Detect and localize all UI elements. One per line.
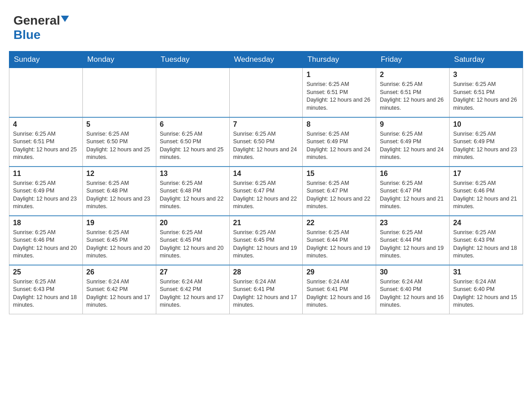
day-number: 26: [86, 268, 152, 276]
day-number: 27: [160, 268, 226, 276]
calendar-cell: 13Sunrise: 6:25 AM Sunset: 6:48 PM Dayli…: [156, 167, 229, 216]
logo-blue-text: Blue: [13, 28, 41, 42]
calendar-cell: [82, 68, 156, 117]
day-number: 9: [380, 120, 446, 128]
calendar-header-sunday: Sunday: [9, 51, 83, 68]
day-info: Sunrise: 6:25 AM Sunset: 6:44 PM Dayligh…: [380, 229, 446, 260]
day-number: 30: [380, 268, 446, 276]
calendar-cell: 4Sunrise: 6:25 AM Sunset: 6:51 PM Daylig…: [9, 117, 83, 167]
calendar-week-5: 25Sunrise: 6:25 AM Sunset: 6:43 PM Dayli…: [9, 265, 523, 314]
day-info: Sunrise: 6:25 AM Sunset: 6:47 PM Dayligh…: [380, 180, 446, 211]
calendar-cell: 21Sunrise: 6:25 AM Sunset: 6:45 PM Dayli…: [229, 216, 303, 265]
day-number: 11: [13, 170, 79, 178]
day-number: 17: [453, 170, 519, 178]
calendar-cell: 17Sunrise: 6:25 AM Sunset: 6:46 PM Dayli…: [450, 167, 523, 216]
calendar-header-friday: Friday: [376, 51, 450, 68]
day-info: Sunrise: 6:25 AM Sunset: 6:48 PM Dayligh…: [86, 180, 152, 211]
day-info: Sunrise: 6:25 AM Sunset: 6:45 PM Dayligh…: [86, 229, 152, 260]
day-info: Sunrise: 6:25 AM Sunset: 6:45 PM Dayligh…: [233, 229, 299, 260]
day-info: Sunrise: 6:25 AM Sunset: 6:43 PM Dayligh…: [13, 278, 79, 309]
calendar-cell: 14Sunrise: 6:25 AM Sunset: 6:47 PM Dayli…: [229, 167, 303, 216]
day-number: 20: [160, 219, 226, 227]
calendar-cell: 28Sunrise: 6:24 AM Sunset: 6:41 PM Dayli…: [229, 265, 303, 314]
day-info: Sunrise: 6:24 AM Sunset: 6:41 PM Dayligh…: [306, 278, 372, 309]
day-info: Sunrise: 6:25 AM Sunset: 6:51 PM Dayligh…: [453, 81, 519, 112]
day-info: Sunrise: 6:25 AM Sunset: 6:51 PM Dayligh…: [13, 130, 79, 162]
calendar-cell: 5Sunrise: 6:25 AM Sunset: 6:50 PM Daylig…: [82, 117, 156, 167]
day-number: 28: [233, 268, 299, 276]
logo-general-text: General: [13, 13, 60, 28]
day-number: 15: [306, 170, 372, 178]
day-info: Sunrise: 6:24 AM Sunset: 6:42 PM Dayligh…: [160, 278, 226, 309]
calendar-cell: 16Sunrise: 6:25 AM Sunset: 6:47 PM Dayli…: [376, 167, 450, 216]
day-info: Sunrise: 6:25 AM Sunset: 6:44 PM Dayligh…: [306, 229, 372, 260]
day-info: Sunrise: 6:25 AM Sunset: 6:50 PM Dayligh…: [160, 130, 226, 162]
calendar-cell: 7Sunrise: 6:25 AM Sunset: 6:50 PM Daylig…: [229, 117, 303, 167]
day-number: 25: [13, 268, 79, 276]
day-info: Sunrise: 6:25 AM Sunset: 6:46 PM Dayligh…: [13, 229, 79, 260]
logo: General Blue: [13, 13, 69, 42]
day-info: Sunrise: 6:25 AM Sunset: 6:43 PM Dayligh…: [453, 229, 519, 260]
day-number: 6: [160, 120, 226, 128]
day-number: 21: [233, 219, 299, 227]
calendar-cell: 20Sunrise: 6:25 AM Sunset: 6:45 PM Dayli…: [156, 216, 229, 265]
calendar-cell: 6Sunrise: 6:25 AM Sunset: 6:50 PM Daylig…: [156, 117, 229, 167]
day-info: Sunrise: 6:24 AM Sunset: 6:40 PM Dayligh…: [453, 278, 519, 309]
calendar-cell: [9, 68, 83, 117]
day-number: 29: [306, 268, 372, 276]
calendar-header-tuesday: Tuesday: [156, 51, 229, 68]
calendar-cell: 10Sunrise: 6:25 AM Sunset: 6:49 PM Dayli…: [450, 117, 523, 167]
calendar-week-4: 18Sunrise: 6:25 AM Sunset: 6:46 PM Dayli…: [9, 216, 523, 265]
day-number: 10: [453, 120, 519, 128]
day-info: Sunrise: 6:25 AM Sunset: 6:45 PM Dayligh…: [160, 229, 226, 260]
calendar-cell: 19Sunrise: 6:25 AM Sunset: 6:45 PM Dayli…: [82, 216, 156, 265]
calendar-cell: 2Sunrise: 6:25 AM Sunset: 6:51 PM Daylig…: [376, 68, 450, 117]
day-info: Sunrise: 6:25 AM Sunset: 6:47 PM Dayligh…: [233, 180, 299, 211]
day-info: Sunrise: 6:25 AM Sunset: 6:49 PM Dayligh…: [306, 130, 372, 162]
day-number: 13: [160, 170, 226, 178]
day-number: 18: [13, 219, 79, 227]
day-info: Sunrise: 6:24 AM Sunset: 6:42 PM Dayligh…: [86, 278, 152, 309]
day-number: 23: [380, 219, 446, 227]
day-number: 12: [86, 170, 152, 178]
day-number: 24: [453, 219, 519, 227]
calendar-header-row: SundayMondayTuesdayWednesdayThursdayFrid…: [9, 51, 523, 68]
logo-triangle-icon: [61, 16, 69, 22]
calendar-cell: 3Sunrise: 6:25 AM Sunset: 6:51 PM Daylig…: [450, 68, 523, 117]
day-number: 16: [380, 170, 446, 178]
calendar-cell: [156, 68, 229, 117]
day-info: Sunrise: 6:25 AM Sunset: 6:51 PM Dayligh…: [380, 81, 446, 112]
day-number: 4: [13, 120, 79, 128]
day-number: 8: [306, 120, 372, 128]
calendar-header-saturday: Saturday: [450, 51, 523, 68]
calendar-week-2: 4Sunrise: 6:25 AM Sunset: 6:51 PM Daylig…: [9, 117, 523, 167]
day-info: Sunrise: 6:24 AM Sunset: 6:41 PM Dayligh…: [233, 278, 299, 309]
day-number: 22: [306, 219, 372, 227]
calendar-cell: 11Sunrise: 6:25 AM Sunset: 6:49 PM Dayli…: [9, 167, 83, 216]
day-info: Sunrise: 6:25 AM Sunset: 6:49 PM Dayligh…: [13, 180, 79, 211]
calendar-cell: 29Sunrise: 6:24 AM Sunset: 6:41 PM Dayli…: [303, 265, 376, 314]
calendar-week-3: 11Sunrise: 6:25 AM Sunset: 6:49 PM Dayli…: [9, 167, 523, 216]
calendar-header-thursday: Thursday: [303, 51, 376, 68]
calendar-cell: 23Sunrise: 6:25 AM Sunset: 6:44 PM Dayli…: [376, 216, 450, 265]
calendar-week-1: 1Sunrise: 6:25 AM Sunset: 6:51 PM Daylig…: [9, 68, 523, 117]
day-number: 1: [306, 71, 372, 79]
day-info: Sunrise: 6:25 AM Sunset: 6:49 PM Dayligh…: [380, 130, 446, 162]
day-info: Sunrise: 6:25 AM Sunset: 6:46 PM Dayligh…: [453, 180, 519, 211]
calendar-cell: 9Sunrise: 6:25 AM Sunset: 6:49 PM Daylig…: [376, 117, 450, 167]
day-info: Sunrise: 6:25 AM Sunset: 6:50 PM Dayligh…: [86, 130, 152, 162]
day-info: Sunrise: 6:25 AM Sunset: 6:47 PM Dayligh…: [306, 180, 372, 211]
calendar-cell: 15Sunrise: 6:25 AM Sunset: 6:47 PM Dayli…: [303, 167, 376, 216]
calendar-cell: 22Sunrise: 6:25 AM Sunset: 6:44 PM Dayli…: [303, 216, 376, 265]
calendar-cell: 25Sunrise: 6:25 AM Sunset: 6:43 PM Dayli…: [9, 265, 83, 314]
day-info: Sunrise: 6:25 AM Sunset: 6:48 PM Dayligh…: [160, 180, 226, 211]
day-number: 19: [86, 219, 152, 227]
calendar-cell: 12Sunrise: 6:25 AM Sunset: 6:48 PM Dayli…: [82, 167, 156, 216]
day-info: Sunrise: 6:25 AM Sunset: 6:51 PM Dayligh…: [306, 81, 372, 112]
day-number: 7: [233, 120, 299, 128]
day-number: 5: [86, 120, 152, 128]
day-info: Sunrise: 6:24 AM Sunset: 6:40 PM Dayligh…: [380, 278, 446, 309]
calendar-header-monday: Monday: [82, 51, 156, 68]
calendar-cell: 24Sunrise: 6:25 AM Sunset: 6:43 PM Dayli…: [450, 216, 523, 265]
calendar-cell: 8Sunrise: 6:25 AM Sunset: 6:49 PM Daylig…: [303, 117, 376, 167]
